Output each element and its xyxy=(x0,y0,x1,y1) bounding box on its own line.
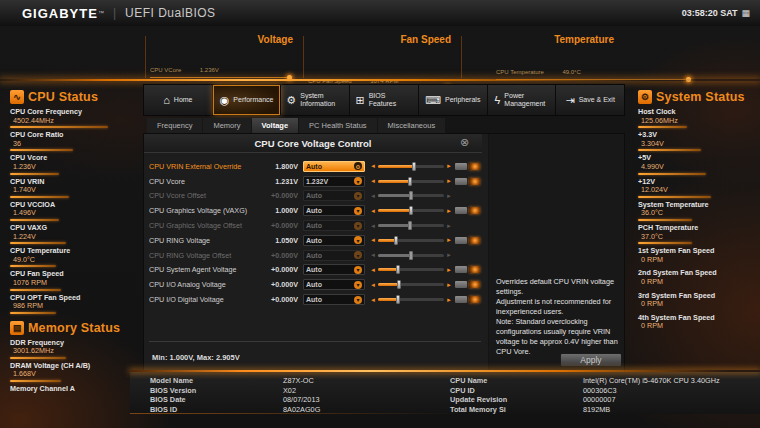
slider-thumb[interactable] xyxy=(409,251,413,260)
slider-track[interactable] xyxy=(378,180,444,183)
subtab-miscellaneous[interactable]: Miscellaneous xyxy=(378,118,446,133)
dropdown-arrow-icon[interactable]: ▾ xyxy=(354,251,362,259)
slider-right-arrow-icon[interactable]: ► xyxy=(446,208,452,214)
slider-track[interactable] xyxy=(378,268,444,271)
nav-tab-peripherals[interactable]: ⌨ Peripherals xyxy=(419,85,488,115)
slider-left-arrow-icon[interactable]: ◄ xyxy=(370,163,376,169)
slider-thumb[interactable] xyxy=(397,280,401,289)
dropdown-arrow-icon[interactable]: ▾ xyxy=(354,222,362,230)
footer-label: Model Name xyxy=(150,376,283,386)
slider-thumb[interactable] xyxy=(409,206,413,215)
slider-right-arrow-icon[interactable]: ► xyxy=(446,267,452,273)
orange-divider-glow xyxy=(0,79,760,81)
save-exit-icon: ⇥ xyxy=(565,95,574,106)
setting-slider[interactable]: ◄ ► xyxy=(370,178,452,184)
row-indicators xyxy=(455,178,481,185)
keyboard-icon xyxy=(455,237,467,244)
dropdown-arrow-icon[interactable]: ▾ xyxy=(354,192,362,200)
slider-track[interactable] xyxy=(378,239,444,242)
dropdown-arrow-icon[interactable]: ▾ xyxy=(354,296,362,304)
setting-slider[interactable]: ◄ ► xyxy=(370,282,452,288)
gear-icon[interactable]: ⚙ xyxy=(354,162,362,170)
slider-thumb[interactable] xyxy=(396,265,400,274)
setting-slider[interactable]: ◄ ► xyxy=(370,237,452,243)
slider-right-arrow-icon[interactable]: ► xyxy=(446,252,452,258)
voltage-settings-list: CPU VRIN External Override 1.800V Auto ▾… xyxy=(149,159,487,307)
slider-left-arrow-icon[interactable]: ◄ xyxy=(370,297,376,303)
slider-left-arrow-icon[interactable]: ◄ xyxy=(370,237,376,243)
slider-track[interactable] xyxy=(378,165,444,168)
setting-slider[interactable]: ◄ ► xyxy=(370,297,452,303)
slider-thumb[interactable] xyxy=(394,236,398,245)
nav-tab-label: BIOS Features xyxy=(369,92,413,108)
setting-dropdown[interactable]: Auto ▾ ⚙ xyxy=(303,264,365,275)
subtab-pc-health-status[interactable]: PC Health Status xyxy=(299,118,377,133)
nav-tab-bios-features[interactable]: ⊞ BIOS Features xyxy=(350,85,419,115)
dropdown-arrow-icon[interactable]: ▾ xyxy=(354,266,362,274)
memory-status-list: DDR Frequency 3001.62MHz DRAM Voltage (C… xyxy=(10,339,132,394)
slider-right-arrow-icon[interactable]: ► xyxy=(446,178,452,184)
setting-dropdown[interactable]: Auto ▾ ⚙ xyxy=(303,161,365,172)
nav-tab-save-exit[interactable]: ⇥ Save & Exit xyxy=(556,85,624,115)
dropdown-arrow-icon[interactable]: ▾ xyxy=(354,207,362,215)
slider-right-arrow-icon[interactable]: ► xyxy=(446,193,452,199)
setting-dropdown[interactable]: Auto ▾ ⚙ xyxy=(303,279,365,290)
slider-right-arrow-icon[interactable]: ► xyxy=(446,223,452,229)
setting-slider[interactable]: ◄ ► xyxy=(370,193,452,199)
slider-thumb[interactable] xyxy=(396,295,400,304)
slider-left-arrow-icon[interactable]: ◄ xyxy=(370,208,376,214)
setting-dropdown[interactable]: Auto ▾ ⚙ xyxy=(303,250,365,261)
setting-slider[interactable]: ◄ ► xyxy=(370,223,452,229)
slider-track[interactable] xyxy=(378,224,444,227)
slider-thumb[interactable] xyxy=(412,162,416,171)
slider-track[interactable] xyxy=(378,254,444,257)
slider-right-arrow-icon[interactable]: ► xyxy=(446,163,452,169)
slider-left-arrow-icon[interactable]: ◄ xyxy=(370,267,376,273)
dropdown-arrow-icon[interactable]: ▾ xyxy=(354,236,362,244)
slider-track[interactable] xyxy=(378,209,444,212)
status-value: 1.668V xyxy=(10,370,132,379)
dropdown-value: Auto xyxy=(306,237,322,244)
slider-left-arrow-icon[interactable]: ◄ xyxy=(370,252,376,258)
nav-tab-system-information[interactable]: ⚙ System Information xyxy=(281,85,350,115)
slider-right-arrow-icon[interactable]: ► xyxy=(446,282,452,288)
setting-slider[interactable]: ◄ ► xyxy=(370,208,452,214)
setting-dropdown[interactable]: Auto ▾ ⚙ xyxy=(303,235,365,246)
apply-button[interactable]: Apply xyxy=(560,353,622,367)
nav-tab-performance[interactable]: ◉ Performance xyxy=(213,85,282,115)
nav-tab-power-management[interactable]: ϟ Power Management xyxy=(488,85,557,115)
setting-dropdown[interactable]: Auto ▾ ⚙ xyxy=(303,220,365,231)
slider-thumb[interactable] xyxy=(408,177,412,186)
footer-right-column: CPU Name Intel(R) Core(TM) i5-4670K CPU … xyxy=(450,376,750,414)
slider-left-arrow-icon[interactable]: ◄ xyxy=(370,193,376,199)
subtab-memory[interactable]: Memory xyxy=(203,118,250,133)
slider-right-arrow-icon[interactable]: ► xyxy=(446,297,452,303)
slider-track[interactable] xyxy=(378,283,444,286)
slider-thumb[interactable] xyxy=(409,191,413,200)
setting-slider[interactable]: ◄ ► xyxy=(370,252,452,258)
nav-tab-label: Home xyxy=(174,96,193,104)
slider-right-arrow-icon[interactable]: ► xyxy=(446,237,452,243)
slider-thumb[interactable] xyxy=(408,221,412,230)
slider-fill xyxy=(378,283,399,286)
slider-left-arrow-icon[interactable]: ◄ xyxy=(370,282,376,288)
setting-dropdown[interactable]: Auto ▾ ⚙ xyxy=(303,190,365,201)
slider-track[interactable] xyxy=(378,298,444,301)
setting-slider[interactable]: ◄ ► xyxy=(370,163,452,169)
setting-dropdown[interactable]: Auto ▾ ⚙ xyxy=(303,205,365,216)
close-icon[interactable]: ⊗ xyxy=(460,136,469,149)
setting-dropdown[interactable]: 1.232V ▾ ⚙ xyxy=(303,176,365,187)
subtab-frequency[interactable]: Frequency xyxy=(147,118,202,133)
peripherals-icon: ⌨ xyxy=(425,95,441,106)
slider-left-arrow-icon[interactable]: ◄ xyxy=(370,178,376,184)
slider-left-arrow-icon[interactable]: ◄ xyxy=(370,223,376,229)
setting-dropdown[interactable]: Auto ▾ ⚙ xyxy=(303,294,365,305)
slider-track[interactable] xyxy=(378,194,444,197)
dropdown-arrow-icon[interactable]: ▾ xyxy=(354,281,362,289)
setting-slider[interactable]: ◄ ► xyxy=(370,267,452,273)
dropdown-arrow-icon[interactable]: ▾ xyxy=(354,177,362,185)
nav-tab-home[interactable]: ⌂ Home xyxy=(144,85,213,115)
status-item: CPU Temperature 49.0°C xyxy=(10,247,132,267)
bios-info-footer: Model Name Z87X-OC BIOS Version X02 BIOS… xyxy=(130,372,760,414)
subtab-voltage[interactable]: Voltage xyxy=(252,118,299,133)
